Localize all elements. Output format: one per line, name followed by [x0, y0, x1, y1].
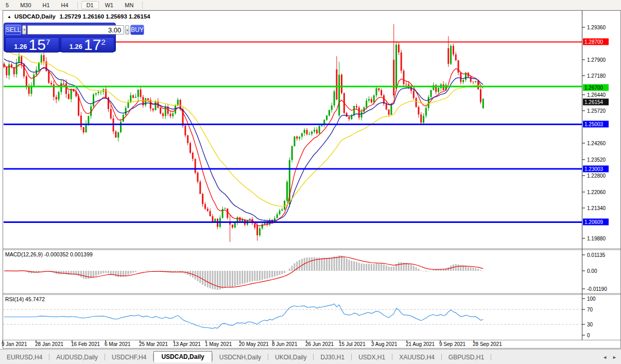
date-label: 6 Mar 2021: [105, 341, 131, 347]
spin-down-icon: ▼: [23, 28, 26, 31]
macd-histogram-bar: [368, 264, 370, 271]
buy-price-pip: 2: [101, 38, 105, 46]
chart-tab-usdcad-daily[interactable]: USDCAD,Daily: [153, 351, 212, 362]
macd-histogram-bar: [289, 269, 290, 271]
volume-increase-button[interactable]: ▲: [125, 25, 129, 34]
trading-terminal: 1.293601.279001.271801.264401.257201.242…: [0, 0, 621, 364]
macd-histogram-bar: [416, 267, 417, 271]
chart-tab-usdx-h1[interactable]: USDX,H1: [352, 352, 392, 362]
candle-down: [470, 77, 472, 82]
candle-down: [418, 107, 419, 114]
macd-histogram-bar: [371, 264, 372, 271]
candle-down: [48, 71, 49, 83]
chart-tab-usdchf-h4[interactable]: USDCHF,H4: [105, 352, 153, 362]
tab-scroll-right-icon[interactable]: ►: [612, 355, 617, 360]
rsi-scale-label: 70: [587, 307, 593, 313]
chart-tab-audusd-daily[interactable]: AUDUSD,Daily: [49, 352, 105, 362]
spin-up-icon: ▲: [126, 28, 129, 31]
candle-up: [234, 223, 236, 228]
chart-marker-icon: ▲: [7, 14, 11, 19]
tab-separator: [491, 354, 491, 360]
chart-title: ▲USDCAD,Daily1.25729 1.26160 1.25693 1.2…: [7, 13, 150, 20]
candle-up: [95, 93, 97, 94]
macd-histogram-bar: [383, 265, 385, 271]
candle-up: [314, 130, 315, 132]
candle-down: [378, 88, 380, 90]
macd-histogram-bar: [314, 257, 315, 271]
price-tick-label: 1.19880: [587, 236, 606, 241]
candle-up: [353, 106, 355, 115]
price-tick-label: 1.22800: [587, 173, 606, 179]
chart-canvas[interactable]: 1.293601.279001.271801.264401.257201.242…: [0, 0, 621, 364]
candle-down: [83, 127, 84, 132]
candle-down: [56, 97, 57, 99]
macd-histogram-bar: [465, 266, 467, 271]
macd-histogram-bar: [232, 271, 233, 287]
macd-histogram-bar: [393, 267, 394, 271]
macd-histogram-bar: [381, 264, 382, 271]
timeframe-button-h4[interactable]: H4: [56, 1, 74, 9]
chart-tab-usdcnh-daily[interactable]: USDCNH,Daily: [213, 352, 268, 362]
buy-quote[interactable]: 1.26 17 2: [61, 37, 115, 53]
chart-tab-dj30-h1[interactable]: DJ30,H1: [314, 352, 351, 362]
macd-histogram-bar: [199, 271, 201, 283]
macd-histogram-bar: [108, 271, 109, 273]
candle-down: [254, 223, 255, 228]
macd-histogram-bar: [65, 271, 67, 274]
macd-histogram-bar: [277, 271, 278, 276]
candle-down: [447, 48, 449, 64]
date-label: 9 Sep 2021: [439, 341, 466, 347]
timeframe-button-w1[interactable]: W1: [100, 1, 119, 9]
volume-input[interactable]: [27, 25, 124, 34]
candle-down: [50, 83, 52, 84]
candle-down: [140, 90, 142, 97]
timeframe-button-m30[interactable]: M30: [15, 1, 36, 9]
timeframe-button-d1[interactable]: D1: [81, 1, 99, 9]
sell-button[interactable]: SELL: [5, 25, 21, 35]
buy-price-big: 17: [84, 38, 101, 51]
chart-tab-xauusd-h4[interactable]: XAUUSD,H4: [392, 352, 441, 362]
candle-up: [284, 201, 285, 210]
price-tick-label: 1.21340: [587, 205, 606, 211]
candle-down: [398, 45, 400, 53]
timeframe-button-h1[interactable]: H1: [38, 1, 55, 9]
macd-histogram-bar: [296, 262, 298, 271]
chart-tab-eurusd-h4[interactable]: EURUSD,H4: [0, 352, 49, 362]
price-badge-label: 1.26154: [584, 99, 603, 105]
candle-down: [296, 136, 298, 138]
macd-histogram-bar: [413, 266, 415, 271]
chart-tab-gbpusd-h1[interactable]: GBPUSD,H1: [442, 352, 491, 362]
macd-histogram-bar: [361, 264, 363, 271]
candle-up: [334, 92, 335, 106]
chart-tab-ukoil-daily[interactable]: UKOil,Daily: [268, 352, 313, 362]
candle-down: [160, 108, 161, 113]
candle-up: [16, 63, 18, 75]
macd-histogram-bar: [100, 271, 101, 274]
candle-down: [43, 55, 45, 61]
candle-up: [482, 99, 484, 108]
sell-price-head: 1.26: [14, 43, 27, 50]
macd-histogram-bar: [147, 270, 149, 271]
timeframe-button-mn[interactable]: MN: [119, 1, 139, 9]
timeframe-button-5[interactable]: 5: [1, 1, 14, 9]
volume-decrease-button[interactable]: ▼: [22, 25, 26, 34]
tab-scroll-left-icon[interactable]: ◄: [602, 355, 607, 360]
sell-quote[interactable]: 1.26 15 7: [5, 37, 59, 53]
macd-histogram-bar: [331, 257, 333, 271]
candle-up: [214, 219, 216, 221]
candle-down: [189, 143, 191, 153]
macd-histogram-bar: [425, 271, 427, 271]
candle-up: [41, 55, 42, 62]
price-tick-label: 1.26440: [587, 92, 606, 98]
macd-histogram-bar: [135, 271, 136, 272]
candle-down: [147, 98, 149, 100]
candle-down: [408, 84, 409, 86]
macd-histogram-bar: [470, 267, 472, 271]
macd-histogram-bar: [348, 260, 350, 271]
date-label: 20 May 2021: [239, 341, 269, 347]
macd-histogram-bar: [229, 271, 231, 287]
macd-histogram-bar: [390, 267, 392, 271]
candle-down: [381, 90, 382, 95]
candle-up: [259, 229, 261, 235]
buy-button[interactable]: BUY: [130, 25, 144, 35]
